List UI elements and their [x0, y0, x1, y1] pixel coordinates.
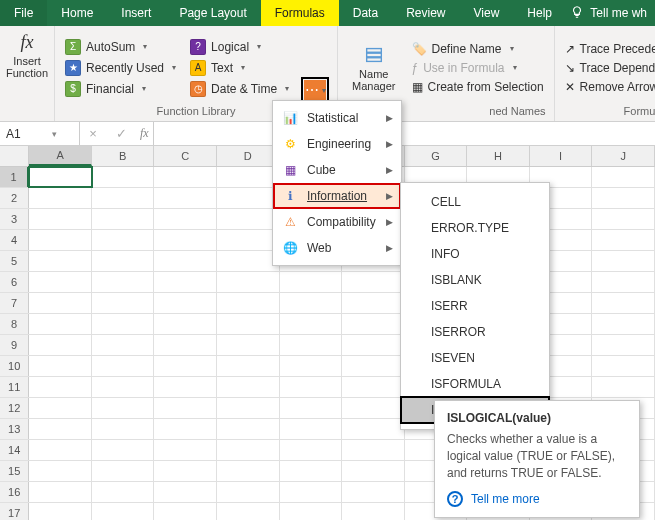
remove-arrows-button[interactable]: ✕Remove Arrows	[563, 79, 655, 95]
logical-button[interactable]: ?Logical	[188, 38, 291, 56]
menu-item-web[interactable]: 🌐Web▶	[273, 235, 401, 261]
cell-F14[interactable]	[342, 440, 405, 460]
cell-F8[interactable]	[342, 314, 405, 334]
cell-J8[interactable]	[592, 314, 655, 334]
cell-C7[interactable]	[154, 293, 217, 313]
cell-B15[interactable]	[92, 461, 155, 481]
cell-A17[interactable]	[29, 503, 92, 520]
cell-D15[interactable]	[217, 461, 280, 481]
cell-C1[interactable]	[154, 167, 217, 187]
cell-C2[interactable]	[154, 188, 217, 208]
tab-help[interactable]: Help	[513, 0, 566, 26]
cell-A12[interactable]	[29, 398, 92, 418]
cell-A13[interactable]	[29, 419, 92, 439]
row-header-4[interactable]: 4	[0, 230, 29, 250]
col-header-C[interactable]: C	[154, 146, 217, 166]
cell-C16[interactable]	[154, 482, 217, 502]
col-header-J[interactable]: J	[592, 146, 655, 166]
row-header-2[interactable]: 2	[0, 188, 29, 208]
cell-D11[interactable]	[217, 377, 280, 397]
select-all-corner[interactable]	[0, 146, 29, 166]
row-header-5[interactable]: 5	[0, 251, 29, 271]
trace-precedents-button[interactable]: ↗Trace Precedents	[563, 41, 655, 57]
col-header-G[interactable]: G	[405, 146, 468, 166]
row-header-12[interactable]: 12	[0, 398, 29, 418]
cell-E16[interactable]	[280, 482, 343, 502]
cell-F17[interactable]	[342, 503, 405, 520]
cell-J4[interactable]	[592, 230, 655, 250]
cell-A15[interactable]	[29, 461, 92, 481]
cell-F6[interactable]	[342, 272, 405, 292]
formula-bar[interactable]	[153, 122, 655, 145]
cell-C9[interactable]	[154, 335, 217, 355]
cell-D6[interactable]	[217, 272, 280, 292]
cell-E6[interactable]	[280, 272, 343, 292]
cell-B9[interactable]	[92, 335, 155, 355]
cell-J1[interactable]	[592, 167, 655, 187]
cell-D14[interactable]	[217, 440, 280, 460]
row-header-17[interactable]: 17	[0, 503, 29, 520]
menu-item-statistical[interactable]: 📊Statistical▶	[273, 105, 401, 131]
cell-F15[interactable]	[342, 461, 405, 481]
cell-E13[interactable]	[280, 419, 343, 439]
cell-E12[interactable]	[280, 398, 343, 418]
tab-review[interactable]: Review	[392, 0, 459, 26]
cell-J9[interactable]	[592, 335, 655, 355]
tab-home[interactable]: Home	[47, 0, 107, 26]
cell-A6[interactable]	[29, 272, 92, 292]
cell-B16[interactable]	[92, 482, 155, 502]
cell-E7[interactable]	[280, 293, 343, 313]
cell-D4[interactable]	[217, 230, 280, 250]
cell-J6[interactable]	[592, 272, 655, 292]
cell-C4[interactable]	[154, 230, 217, 250]
tab-page-layout[interactable]: Page Layout	[165, 0, 260, 26]
cell-E15[interactable]	[280, 461, 343, 481]
cell-E8[interactable]	[280, 314, 343, 334]
cell-B2[interactable]	[92, 188, 155, 208]
date-time-button[interactable]: ◷Date & Time	[188, 80, 291, 98]
cell-B4[interactable]	[92, 230, 155, 250]
col-header-D[interactable]: D	[217, 146, 280, 166]
cell-D3[interactable]	[217, 209, 280, 229]
trace-dependents-button[interactable]: ↘Trace Dependents	[563, 60, 655, 76]
col-header-I[interactable]: I	[530, 146, 593, 166]
function-item-cell[interactable]: CELL	[401, 189, 549, 215]
cell-A5[interactable]	[29, 251, 92, 271]
cell-A2[interactable]	[29, 188, 92, 208]
cell-C5[interactable]	[154, 251, 217, 271]
cell-C15[interactable]	[154, 461, 217, 481]
cell-B7[interactable]	[92, 293, 155, 313]
cell-D10[interactable]	[217, 356, 280, 376]
cell-D1[interactable]	[217, 167, 280, 187]
cell-A14[interactable]	[29, 440, 92, 460]
cell-C17[interactable]	[154, 503, 217, 520]
row-header-8[interactable]: 8	[0, 314, 29, 334]
cell-A4[interactable]	[29, 230, 92, 250]
cell-F16[interactable]	[342, 482, 405, 502]
fx-icon-bar[interactable]: fx	[136, 126, 153, 141]
col-header-B[interactable]: B	[92, 146, 155, 166]
cell-D2[interactable]	[217, 188, 280, 208]
cell-F7[interactable]	[342, 293, 405, 313]
cell-C6[interactable]	[154, 272, 217, 292]
more-functions-button[interactable]: ⋯	[304, 80, 326, 100]
function-item-error-type[interactable]: ERROR.TYPE	[401, 215, 549, 241]
cell-J7[interactable]	[592, 293, 655, 313]
menu-item-information[interactable]: ℹInformation▶	[273, 183, 401, 209]
cell-A1[interactable]	[29, 167, 92, 187]
cell-A16[interactable]	[29, 482, 92, 502]
menu-item-compatibility[interactable]: ⚠Compatibility▶	[273, 209, 401, 235]
cell-B17[interactable]	[92, 503, 155, 520]
cell-B11[interactable]	[92, 377, 155, 397]
tab-insert[interactable]: Insert	[107, 0, 165, 26]
cell-D17[interactable]	[217, 503, 280, 520]
function-item-isblank[interactable]: ISBLANK	[401, 267, 549, 293]
cell-B12[interactable]	[92, 398, 155, 418]
tell-me-search[interactable]: Tell me wh	[570, 0, 655, 26]
cell-B3[interactable]	[92, 209, 155, 229]
cell-D13[interactable]	[217, 419, 280, 439]
tell-me-more-link[interactable]: ? Tell me more	[447, 491, 627, 507]
cell-E14[interactable]	[280, 440, 343, 460]
cell-B1[interactable]	[92, 167, 155, 187]
function-item-iseven[interactable]: ISEVEN	[401, 345, 549, 371]
